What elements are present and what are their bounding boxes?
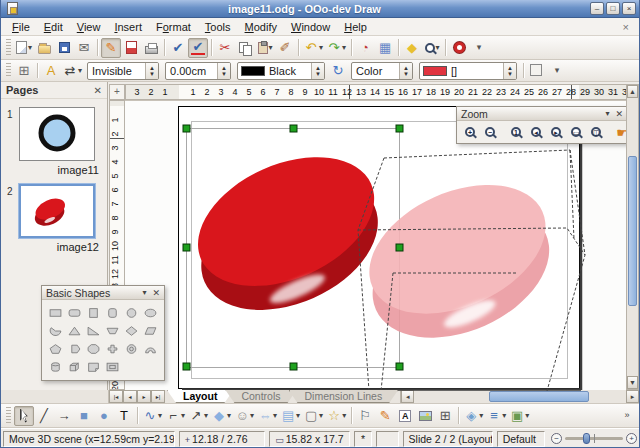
tab-layout[interactable]: Layout	[167, 390, 233, 403]
line-color-select[interactable]: Black ▲▼	[237, 62, 325, 80]
flowchart-button[interactable]: ▤▾	[279, 406, 302, 426]
page-nav-previous-button[interactable]: ◂	[123, 390, 137, 403]
line-ends-with-arrow-button[interactable]: →	[54, 406, 74, 426]
menu-format[interactable]: Format	[149, 20, 198, 34]
shape-parallelogram-button[interactable]	[141, 322, 159, 339]
area-style-button[interactable]: ↻	[328, 61, 348, 81]
connector-button[interactable]: ⌐▾	[164, 406, 187, 426]
fill-color-select[interactable]: [] ▲▼	[419, 62, 517, 80]
arrow-styles-dropdown-icon[interactable]: ▾	[78, 66, 82, 75]
zoom-dropdown-icon[interactable]: ▾	[436, 43, 440, 52]
zoom-in-icon[interactable]: +	[626, 433, 637, 444]
shape-cross-button[interactable]	[104, 340, 122, 357]
stars-button[interactable]: ☆▾	[325, 406, 348, 426]
open-button[interactable]	[34, 38, 54, 58]
block-arrows-dropdown-icon[interactable]: ▾	[273, 411, 277, 420]
zoom-in-button[interactable]: +	[460, 122, 480, 142]
alignment-button[interactable]: ≡▾	[485, 406, 508, 426]
vertical-scroll-thumb[interactable]	[628, 156, 637, 306]
palette-close-icon[interactable]: ✕	[615, 109, 623, 119]
status-style[interactable]: Default	[497, 431, 545, 447]
arrow-styles-button[interactable]: ⇄▾	[61, 61, 84, 81]
shape-square-button[interactable]	[85, 304, 103, 321]
scroll-up-icon[interactable]: ▲	[627, 85, 638, 98]
zoom-slider[interactable]: − +	[551, 433, 637, 444]
arrange-dropdown-icon[interactable]: ▾	[525, 411, 529, 420]
horizontal-scrollbar[interactable]: ◂ ▸	[400, 390, 639, 403]
cut-button[interactable]: ✂	[215, 38, 235, 58]
copy-button[interactable]	[235, 38, 255, 58]
shape-rectangle-button[interactable]	[47, 304, 65, 321]
toolbar-options-button[interactable]: ▾	[469, 38, 489, 58]
stars-dropdown-icon[interactable]: ▾	[342, 411, 346, 420]
symbol-shapes-dropdown-icon[interactable]: ▾	[250, 411, 254, 420]
basic-shapes-titlebar[interactable]: Basic Shapes ▾ ✕	[42, 286, 164, 300]
basic-shapes-button[interactable]: ◆▾	[210, 406, 233, 426]
shape-frame-button[interactable]	[104, 358, 122, 375]
save-button[interactable]	[54, 38, 74, 58]
spinner-arrows[interactable]: ▲▼	[145, 63, 158, 79]
lines-and-arrows-button[interactable]: ↗▾	[187, 406, 210, 426]
zoom-out-icon[interactable]: −	[551, 433, 562, 444]
edit-file-button[interactable]: ✎	[101, 38, 121, 58]
shape-octagon-button[interactable]	[85, 340, 103, 357]
line-style-select[interactable]: Invisible ▲▼	[87, 62, 159, 80]
page-nav-last-button[interactable]: ▸|	[151, 390, 165, 403]
scroll-left-icon[interactable]: ◂	[401, 390, 414, 403]
flowchart-dropdown-icon[interactable]: ▾	[296, 411, 300, 420]
points-button[interactable]: ⚐	[355, 406, 375, 426]
shape-cube-button[interactable]	[66, 358, 84, 375]
spinner-arrows[interactable]: ▲▼	[399, 63, 412, 79]
shape-isosceles-triangle-button[interactable]	[66, 322, 84, 339]
shape-trapezoid-button[interactable]	[104, 322, 122, 339]
spinner-arrows[interactable]: ▲▼	[503, 63, 516, 79]
shape-ellipse-button[interactable]	[141, 304, 159, 321]
undo-dropdown-icon[interactable]: ▾	[319, 43, 323, 52]
zoom-100-button[interactable]: 1	[506, 122, 526, 142]
shape-ring-button[interactable]	[122, 340, 140, 357]
line-button[interactable]: ╱	[34, 406, 54, 426]
line-properties-button[interactable]: A	[41, 61, 61, 81]
callouts-dropdown-icon[interactable]: ▾	[319, 411, 323, 420]
from-file-button[interactable]	[415, 406, 435, 426]
toolbar-options-button[interactable]: ▾	[547, 61, 567, 81]
new-document-dropdown-icon[interactable]: ▾	[28, 43, 32, 52]
menu-modify[interactable]: Modify	[238, 20, 284, 34]
zoom-next-button[interactable]: ▸	[546, 122, 566, 142]
status-slide[interactable]: Slide 2 / 2 (Layout)	[403, 431, 493, 447]
vertical-scrollbar[interactable]: ▲ ▼	[626, 84, 639, 390]
alignment-dropdown-icon[interactable]: ▾	[502, 411, 506, 420]
navigator-button[interactable]: ◆	[402, 38, 422, 58]
palette-close-icon[interactable]: ✕	[152, 288, 160, 298]
undo-button[interactable]: ↶▾	[302, 38, 325, 58]
redo-button[interactable]: ↷▾	[325, 38, 348, 58]
page-nav-next-button[interactable]: ▸	[137, 390, 151, 403]
close-document-button[interactable]: ×	[617, 21, 635, 33]
horizontal-ruler[interactable]: 4321123456789101112131415161718192021222…	[125, 84, 628, 100]
shape-folded-corner-button[interactable]	[85, 358, 103, 375]
curve-button[interactable]: ∿▾	[141, 406, 164, 426]
menu-edit[interactable]: Edit	[37, 20, 70, 34]
symbol-shapes-button[interactable]: ☺▾	[233, 406, 256, 426]
scroll-right-icon[interactable]: ▸	[626, 390, 639, 403]
shape-circle-pie-button[interactable]	[47, 322, 65, 339]
auto-spellcheck-button[interactable]: ✔	[188, 38, 208, 58]
zoom-slider-thumb[interactable]	[583, 433, 590, 444]
fill-style-select[interactable]: Color ▲▼	[351, 62, 413, 80]
zoom-palette-titlebar[interactable]: Zoom ▾ ✕	[457, 107, 627, 121]
palette-menu-icon[interactable]: ▾	[605, 109, 609, 118]
menu-help[interactable]: Help	[337, 20, 374, 34]
shadow-button[interactable]	[527, 61, 547, 81]
basic-shapes-dropdown-icon[interactable]: ▾	[227, 411, 231, 420]
shape-hexagon-button[interactable]	[66, 340, 84, 357]
menu-tools[interactable]: Tools	[198, 20, 238, 34]
tab-dimension-lines[interactable]: Dimension Lines	[289, 390, 399, 403]
toolbar-grip[interactable]	[6, 39, 11, 55]
shape-rounded-rectangle-button[interactable]	[66, 304, 84, 321]
export-pdf-button[interactable]	[121, 38, 141, 58]
glue-points-button[interactable]: ✎	[375, 406, 395, 426]
paste-button[interactable]: ▾	[255, 38, 275, 58]
shape-pentagon-button[interactable]	[47, 340, 65, 357]
document-as-email-button[interactable]: ✉	[74, 38, 94, 58]
transformations-dropdown-icon[interactable]: ▾	[479, 411, 483, 420]
